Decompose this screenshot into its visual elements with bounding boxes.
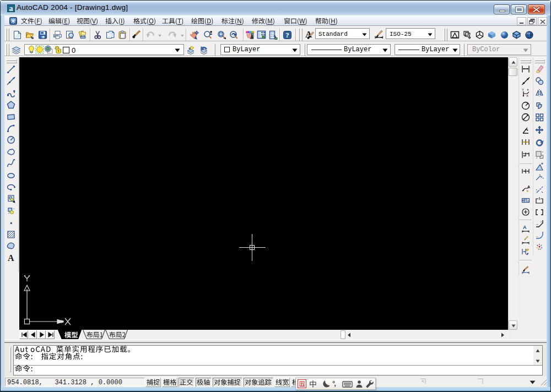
svg-text:?: ? <box>285 31 289 39</box>
svg-text:A: A <box>8 253 14 263</box>
svg-text:A: A <box>523 225 527 230</box>
svg-text:Y: Y <box>522 88 524 91</box>
svg-text:a: a <box>9 4 13 13</box>
svg-text:X: X <box>526 94 528 97</box>
svg-text:A: A <box>527 185 530 189</box>
